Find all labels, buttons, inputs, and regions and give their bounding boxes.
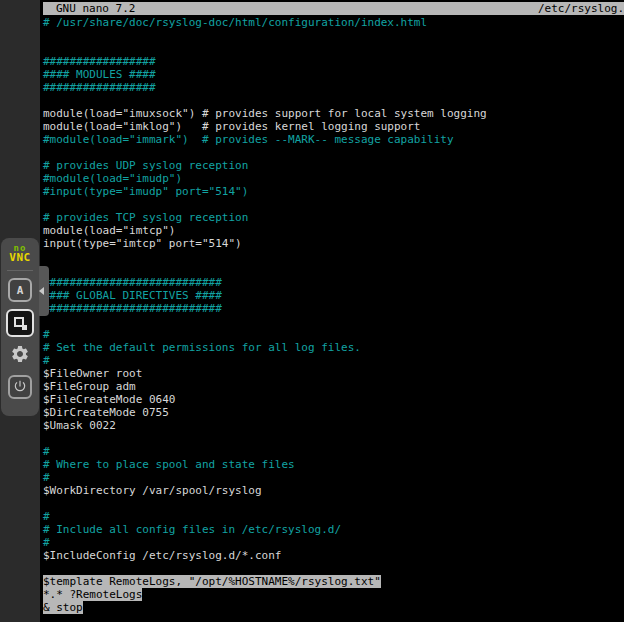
editor-line: # Include all config files in /etc/rsysl…: [43, 523, 621, 536]
editor-line: ###########################: [43, 302, 621, 315]
fullscreen-icon: [14, 317, 27, 330]
disconnect-button[interactable]: [8, 375, 32, 399]
editor-line: [43, 146, 621, 159]
gear-icon: [10, 344, 30, 368]
editor-line: #: [43, 471, 621, 484]
editor-line: #: [43, 328, 621, 341]
editor-line: $FileCreateMode 0640: [43, 393, 621, 406]
extra-keys-button[interactable]: A: [8, 278, 32, 302]
collapse-left-arrow-icon: [39, 287, 44, 295]
editor-line: $template RemoteLogs, "/opt/%HOSTNAME%/r…: [43, 575, 621, 588]
novnc-control-bar: no VNC A: [1, 238, 39, 416]
editor-line: $FileGroup adm: [43, 380, 621, 393]
editor-line: #: [43, 536, 621, 549]
editor-lines: # /usr/share/doc/rsyslog-doc/html/config…: [43, 16, 621, 614]
editor-line: # Where to place spool and state files: [43, 458, 621, 471]
editor-line: #module(load="imudp"): [43, 172, 621, 185]
editor-line: [43, 94, 621, 107]
editor-line: # Set the default permissions for all lo…: [43, 341, 621, 354]
editor-line: #### MODULES ####: [43, 68, 621, 81]
editor-line: input(type="imtcp" port="514"): [43, 237, 621, 250]
editor-line: #################: [43, 81, 621, 94]
nano-filename-label: /etc/rsyslog.: [538, 2, 624, 15]
editor-line: #input(type="imudp" port="514"): [43, 185, 621, 198]
editor-line: module(load="imtcp"): [43, 224, 621, 237]
settings-button[interactable]: [8, 344, 32, 368]
toolbar-divider: [7, 270, 33, 271]
power-icon: [13, 378, 27, 397]
editor-line: #################: [43, 55, 621, 68]
editor-line: # provides UDP syslog reception: [43, 159, 621, 172]
novnc-logo-vnc: VNC: [1, 253, 39, 263]
editor-line: #: [43, 354, 621, 367]
editor-line: # provides TCP syslog reception: [43, 211, 621, 224]
terminal-editor-area[interactable]: # /usr/share/doc/rsyslog-doc/html/config…: [43, 16, 621, 614]
editor-line: module(load="imuxsock") # provides suppo…: [43, 107, 621, 120]
editor-line: *.* ?RemoteLogs: [43, 588, 621, 601]
editor-line: $DirCreateMode 0755: [43, 406, 621, 419]
editor-line: [43, 432, 621, 445]
editor-line: $WorkDirectory /var/spool/rsyslog: [43, 484, 621, 497]
editor-line: # /usr/share/doc/rsyslog-doc/html/config…: [43, 16, 621, 29]
editor-line: $Umask 0022: [43, 419, 621, 432]
editor-line: [43, 263, 621, 276]
editor-line: [43, 42, 621, 55]
editor-line: [43, 250, 621, 263]
editor-line: [43, 198, 621, 211]
editor-line: #: [43, 510, 621, 523]
nano-version-label: GNU nano 7.2: [43, 2, 135, 15]
editor-line: [43, 315, 621, 328]
editor-line: $IncludeConfig /etc/rsyslog.d/*.conf: [43, 549, 621, 562]
editor-line: #module(load="immark") # provides --MARK…: [43, 133, 621, 146]
editor-line: [43, 497, 621, 510]
editor-line: $FileOwner root: [43, 367, 621, 380]
novnc-logo: no VNC: [1, 243, 39, 263]
editor-line: #### GLOBAL DIRECTIVES ####: [43, 289, 621, 302]
editor-line: module(load="imklog") # provides kernel …: [43, 120, 621, 133]
editor-line: ###########################: [43, 276, 621, 289]
editor-line: [43, 562, 621, 575]
keyboard-a-icon: A: [17, 284, 24, 297]
editor-line: [43, 29, 621, 42]
editor-line: #: [43, 445, 621, 458]
editor-line: & stop: [43, 601, 621, 614]
fullscreen-button[interactable]: [6, 309, 34, 337]
nano-titlebar: GNU nano 7.2 /etc/rsyslog.: [43, 2, 624, 15]
